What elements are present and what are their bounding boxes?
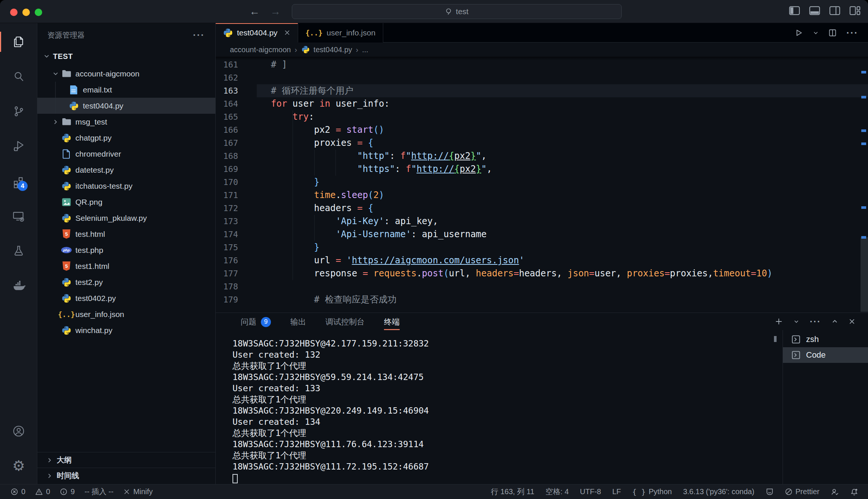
status-item-error[interactable]: 0 bbox=[10, 487, 25, 496]
breadcrumb-item[interactable]: ... bbox=[362, 45, 368, 54]
run-debug-icon[interactable] bbox=[12, 139, 25, 152]
line-number: 167 bbox=[216, 136, 253, 150]
status-text: 0 bbox=[46, 487, 50, 496]
terminal-line: User created: 134 bbox=[232, 416, 783, 427]
status-item[interactable]: 空格: 4 bbox=[546, 487, 569, 497]
file-row[interactable]: chromedriver bbox=[37, 146, 215, 162]
terminal-output[interactable]: 18W3SAGC:7J32HBSY@42.177.159.211:32832Us… bbox=[216, 330, 783, 484]
workspace-section-header[interactable]: TEST bbox=[37, 47, 215, 66]
status-item-bell[interactable] bbox=[850, 488, 858, 496]
customize-layout-icon[interactable] bbox=[849, 6, 861, 15]
terminal-session-zsh[interactable]: zsh bbox=[783, 332, 868, 347]
status-text: 3.6.13 ('py36': conda) bbox=[683, 487, 754, 496]
file-name: itchatuos-test.py bbox=[75, 182, 132, 191]
run-python-file-icon[interactable] bbox=[795, 29, 803, 37]
file-row[interactable]: msg_test bbox=[37, 114, 215, 130]
sidebar-section-大纲[interactable]: 大纲 bbox=[37, 452, 215, 468]
status-item[interactable]: 行 163, 列 11 bbox=[491, 487, 534, 497]
status-item-prettier[interactable]: Prettier bbox=[785, 487, 819, 496]
section-label: 大纲 bbox=[57, 455, 72, 465]
file-row[interactable]: phptest.php bbox=[37, 242, 215, 258]
file-row[interactable]: itchatuos-test.py bbox=[37, 178, 215, 194]
file-row[interactable]: 5test1.html bbox=[37, 258, 215, 274]
terminal-dropdown-chevron-icon[interactable] bbox=[793, 318, 799, 324]
status-item[interactable]: UTF-8 bbox=[580, 487, 601, 496]
back-arrow-icon[interactable]: ← bbox=[249, 5, 260, 18]
file-row[interactable]: test0402.py bbox=[37, 290, 215, 306]
file-row[interactable]: QR.png bbox=[37, 194, 215, 210]
status-item-user-check[interactable] bbox=[831, 488, 839, 496]
file-row[interactable]: test0404.py bbox=[37, 98, 215, 114]
code-line: 170 } bbox=[216, 176, 868, 189]
status-item-warning[interactable]: 0 bbox=[35, 487, 50, 496]
editor-tab[interactable]: test0404.py bbox=[216, 23, 298, 43]
toggle-secondary-sidebar-icon[interactable] bbox=[829, 6, 840, 15]
maximize-window-button[interactable] bbox=[35, 9, 42, 16]
file-row[interactable]: winchat.py bbox=[37, 322, 215, 338]
forward-arrow-icon[interactable]: → bbox=[270, 5, 281, 18]
file-row[interactable]: Selenium_pkulaw.py bbox=[37, 210, 215, 226]
panel-more-actions-icon[interactable]: ··· bbox=[810, 316, 821, 327]
code-line: 163# 循环注册每个用户 bbox=[216, 84, 868, 97]
editor-more-actions-icon[interactable]: ··· bbox=[846, 27, 858, 39]
problems-badge: 9 bbox=[261, 317, 271, 327]
toggle-panel-icon[interactable] bbox=[809, 6, 820, 15]
file-row[interactable]: 5test.html bbox=[37, 226, 215, 242]
panel-tab-问题[interactable]: 问题9 bbox=[241, 313, 271, 330]
status-item-braces[interactable]: { }Python bbox=[632, 487, 672, 496]
html-file-icon: 5 bbox=[60, 229, 72, 239]
file-row[interactable]: account-aigcmoon bbox=[37, 66, 215, 82]
panel-tab-输出[interactable]: 输出 bbox=[290, 313, 306, 330]
close-tab-icon[interactable] bbox=[284, 29, 290, 36]
account-icon[interactable] bbox=[12, 425, 25, 437]
status-item-mask[interactable] bbox=[766, 488, 774, 496]
file-row[interactable]: datetest.py bbox=[37, 162, 215, 178]
status-item-minify[interactable]: Minify bbox=[123, 487, 153, 496]
line-number: 162 bbox=[216, 71, 253, 84]
remote-explorer-icon[interactable] bbox=[12, 210, 25, 223]
file-row[interactable]: email.txt bbox=[37, 82, 215, 98]
file-row[interactable]: test2.py bbox=[37, 274, 215, 290]
status-text: -- 插入 -- bbox=[84, 487, 113, 497]
status-item[interactable]: -- 插入 -- bbox=[84, 487, 113, 497]
editor-scrollbar[interactable] bbox=[861, 237, 868, 312]
editor-tab[interactable]: {..}user_info.json bbox=[298, 23, 384, 43]
minimize-window-button[interactable] bbox=[22, 9, 30, 16]
explorer-more-actions-icon[interactable]: ··· bbox=[193, 33, 205, 37]
chevron-down-icon bbox=[43, 53, 50, 60]
docker-icon[interactable] bbox=[12, 279, 25, 292]
new-terminal-icon[interactable] bbox=[775, 317, 783, 326]
split-editor-icon[interactable] bbox=[828, 29, 837, 37]
close-window-button[interactable] bbox=[10, 9, 18, 16]
panel-tab-终端[interactable]: 终端 bbox=[384, 313, 400, 330]
breadcrumb-item[interactable]: account-aigcmoon bbox=[230, 45, 291, 54]
status-text: 空格: 4 bbox=[546, 487, 569, 497]
explorer-icon[interactable] bbox=[12, 35, 25, 48]
terminal-session-Code[interactable]: Code bbox=[783, 347, 868, 363]
close-panel-icon[interactable] bbox=[849, 318, 855, 325]
command-center-search[interactable]: test bbox=[292, 4, 622, 19]
status-item[interactable]: LF bbox=[612, 487, 621, 496]
maximize-panel-chevron-icon[interactable] bbox=[831, 318, 838, 325]
file-row[interactable]: {..}user_info.json bbox=[37, 306, 215, 322]
terminal-scrollbar[interactable] bbox=[774, 336, 777, 342]
file-row[interactable]: chatgpt.py bbox=[37, 130, 215, 146]
code-editor[interactable]: 161# ]162163# 循环注册每个用户164for user in use… bbox=[216, 57, 868, 313]
source-control-icon[interactable] bbox=[12, 105, 25, 117]
settings-icon[interactable]: ⚙ bbox=[12, 459, 25, 472]
search-icon[interactable] bbox=[12, 70, 25, 83]
status-item[interactable]: 3.6.13 ('py36': conda) bbox=[683, 487, 754, 496]
run-dropdown-chevron-icon[interactable] bbox=[813, 30, 819, 36]
python-file-icon bbox=[302, 45, 310, 54]
extensions-icon[interactable]: 4 bbox=[12, 176, 25, 188]
line-number: 170 bbox=[216, 176, 253, 189]
breadcrumb-item[interactable]: test0404.py bbox=[301, 45, 352, 54]
status-bar: 009-- 插入 --Minify 行 163, 列 11空格: 4UTF-8L… bbox=[0, 484, 868, 499]
indent-guide bbox=[55, 82, 56, 114]
toggle-sidebar-icon[interactable] bbox=[789, 6, 800, 15]
panel-tab-调试控制台[interactable]: 调试控制台 bbox=[325, 313, 365, 330]
sidebar-section-时间线[interactable]: 时间线 bbox=[37, 468, 215, 483]
status-item-info[interactable]: 9 bbox=[60, 487, 75, 496]
testing-icon[interactable] bbox=[12, 245, 25, 257]
line-number: 179 bbox=[216, 293, 253, 306]
